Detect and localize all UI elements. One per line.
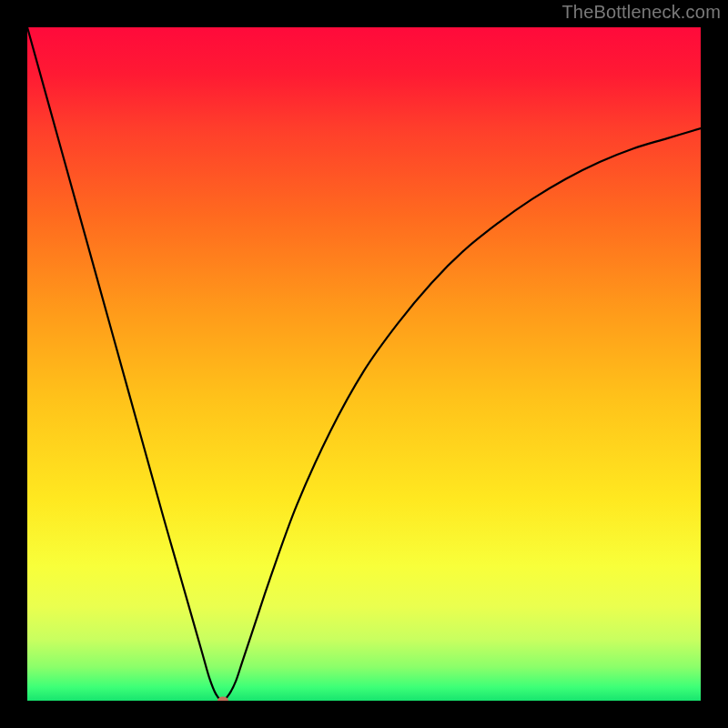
curve-svg (27, 27, 701, 701)
optimal-point-marker (217, 697, 228, 702)
plot-area (27, 27, 701, 701)
watermark-text: TheBottleneck.com (561, 2, 721, 23)
bottleneck-curve-path (27, 27, 701, 701)
chart-frame: TheBottleneck.com (0, 0, 728, 728)
